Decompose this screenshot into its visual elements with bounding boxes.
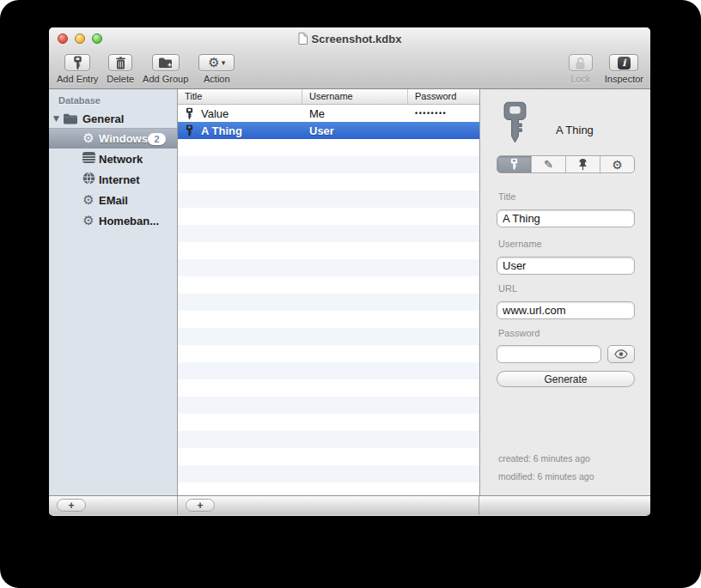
- key-icon: [510, 158, 518, 171]
- table-row[interactable]: Value Me ••••••••: [178, 105, 479, 122]
- inspector-label: Inspector: [605, 74, 643, 84]
- sidebar-footer: +: [49, 496, 178, 515]
- action-label: Action: [204, 74, 230, 84]
- sidebar-group-label: General: [82, 112, 124, 125]
- add-entry-plus-button[interactable]: +: [186, 499, 215, 512]
- bottom-bar: + +: [49, 495, 650, 515]
- entry-username: User: [302, 124, 408, 137]
- key-icon: [73, 56, 82, 70]
- delete-label: Delete: [107, 74, 134, 84]
- folder-icon: [63, 113, 78, 124]
- key-icon: [186, 124, 193, 137]
- table-footer: +: [178, 496, 479, 515]
- inspector-toggle-button[interactable]: i Inspector: [605, 54, 643, 84]
- modified-timestamp: modified: 6 minutes ago: [498, 471, 594, 482]
- sidebar: Database ▼ General ⚙ Windows 2 Netw: [49, 89, 178, 495]
- document-icon: [298, 33, 308, 45]
- tab-notes[interactable]: ✎: [532, 156, 566, 173]
- sidebar-item-homebanking[interactable]: ⚙ Homeban...: [49, 210, 177, 231]
- network-icon: [82, 151, 95, 167]
- add-entry-button[interactable]: Add Entry: [57, 54, 98, 84]
- traffic-lights: [58, 33, 102, 44]
- add-group-label: Add Group: [143, 74, 188, 84]
- window-title: Screenshot.kdbx: [49, 27, 650, 50]
- entry-password-masked: ••••••••: [408, 109, 479, 118]
- gear-icon: ⚙: [612, 159, 623, 171]
- trash-icon: [115, 57, 126, 70]
- username-field[interactable]: [497, 257, 635, 275]
- key-icon: [186, 107, 193, 120]
- zoom-button[interactable]: [92, 33, 102, 44]
- username-field-label: Username: [498, 239, 542, 249]
- inspector-panel: A Thing ✎: [479, 89, 650, 495]
- disclosure-triangle-icon[interactable]: ▼: [53, 114, 59, 123]
- inspector-footer: [479, 496, 650, 515]
- entry-count-badge: 2: [148, 133, 166, 145]
- column-header-title[interactable]: Title: [178, 89, 302, 104]
- created-timestamp: created: 6 minutes ago: [498, 453, 590, 464]
- sidebar-item-internet[interactable]: Internet: [49, 169, 177, 190]
- sidebar-item-windows[interactable]: ⚙ Windows 2: [49, 128, 177, 149]
- sidebar-item-label: Windows: [99, 132, 148, 145]
- folder-plus-icon: [158, 57, 173, 69]
- inspector-entry-title: A Thing: [556, 124, 594, 136]
- show-password-button[interactable]: [607, 345, 635, 363]
- sidebar-item-network[interactable]: Network: [49, 149, 177, 169]
- add-group-plus-button[interactable]: +: [57, 499, 86, 512]
- table-row-selected[interactable]: A Thing User: [178, 122, 479, 139]
- chevron-down-icon: ▾: [222, 59, 226, 67]
- key-icon: [502, 100, 528, 144]
- gear-icon: ⚙: [208, 57, 219, 70]
- action-menu-button[interactable]: ⚙ ▾ Action: [198, 54, 235, 84]
- sidebar-item-label: Internet: [99, 173, 140, 186]
- minimize-button[interactable]: [75, 33, 85, 44]
- sidebar-item-label: EMail: [99, 194, 128, 207]
- content-area: Database ▼ General ⚙ Windows 2 Netw: [49, 89, 650, 495]
- entry-title: A Thing: [201, 124, 242, 137]
- entry-username: Me: [302, 107, 408, 120]
- app-window: Screenshot.kdbx Add Entry: [49, 27, 650, 516]
- table-body: Value Me •••••••• A Thing: [178, 105, 479, 495]
- gear-icon: ⚙: [82, 132, 95, 145]
- tab-general[interactable]: [497, 156, 532, 173]
- generate-password-button[interactable]: Generate: [497, 371, 635, 387]
- lock-button: Lock: [569, 54, 593, 84]
- sidebar-section-header: Database: [58, 95, 101, 106]
- entry-table: Title Username Password Value Me: [178, 89, 479, 495]
- gear-icon: ⚙: [82, 194, 95, 207]
- table-header: Title Username Password: [178, 89, 479, 105]
- screenshot-background: Screenshot.kdbx Add Entry: [0, 0, 701, 588]
- column-header-username[interactable]: Username: [302, 89, 408, 104]
- column-header-password[interactable]: Password: [408, 89, 479, 104]
- title-field-label: Title: [498, 191, 515, 202]
- tab-advanced[interactable]: ⚙: [600, 156, 634, 173]
- info-icon: i: [618, 57, 631, 70]
- url-field-label: URL: [498, 283, 517, 294]
- close-button[interactable]: [58, 33, 68, 44]
- lock-label: Lock: [570, 74, 590, 84]
- toolbar: Add Entry Delete: [49, 50, 650, 89]
- password-field-label: Password: [498, 328, 539, 338]
- window-title-text: Screenshot.kdbx: [312, 33, 402, 45]
- entry-title: Value: [201, 107, 229, 120]
- tab-attachments[interactable]: [566, 156, 600, 173]
- gear-icon: ⚙: [82, 215, 95, 227]
- sidebar-item-label: Network: [99, 153, 143, 166]
- title-field[interactable]: [497, 209, 635, 227]
- pushpin-icon: [577, 158, 588, 171]
- titlebar[interactable]: Screenshot.kdbx: [49, 27, 650, 50]
- sidebar-group-general[interactable]: ▼ General: [49, 110, 177, 127]
- add-entry-label: Add Entry: [57, 74, 98, 84]
- add-group-button[interactable]: Add Group: [143, 54, 188, 84]
- pencil-icon: ✎: [544, 159, 553, 170]
- url-field[interactable]: [497, 301, 635, 319]
- globe-icon: [82, 172, 95, 188]
- sidebar-item-email[interactable]: ⚙ EMail: [49, 190, 177, 210]
- password-field[interactable]: [497, 345, 601, 363]
- inspector-tab-bar: ✎ ⚙: [497, 155, 635, 173]
- delete-button[interactable]: Delete: [107, 54, 134, 84]
- eye-icon: [614, 349, 628, 359]
- unlock-icon: [575, 57, 586, 70]
- sidebar-item-label: Homeban...: [99, 215, 159, 227]
